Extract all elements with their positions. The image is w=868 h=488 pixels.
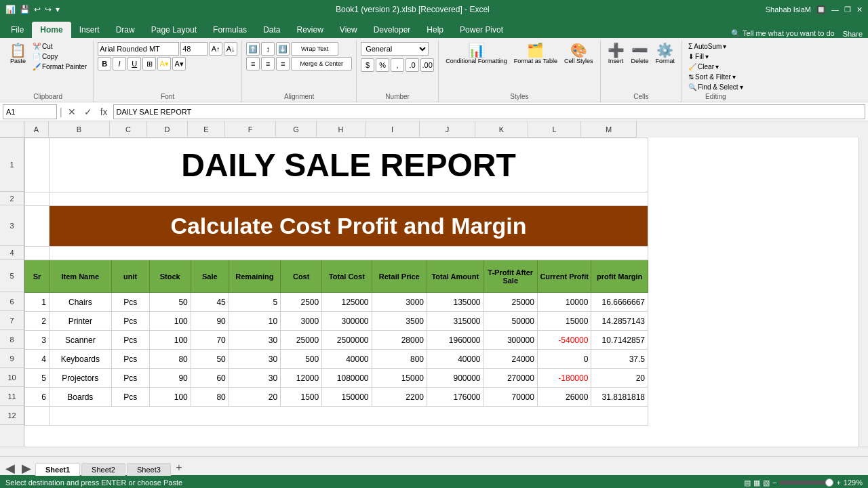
- col-header-G[interactable]: G: [276, 121, 317, 138]
- fill-color-button[interactable]: A▾: [157, 57, 171, 70]
- cell-H8[interactable]: 2500000: [322, 331, 372, 350]
- normal-view-btn[interactable]: ▤: [744, 479, 751, 487]
- delete-button[interactable]: ➖ Delete: [629, 42, 652, 66]
- col-header-D[interactable]: D: [147, 121, 188, 138]
- border-button[interactable]: ⊞: [142, 57, 156, 70]
- cell-I10[interactable]: 15000: [372, 369, 427, 388]
- cell-H11[interactable]: 150000: [322, 388, 372, 407]
- autosum-button[interactable]: Σ AutoSum▾: [686, 42, 728, 51]
- cell-E7[interactable]: 90: [191, 312, 229, 331]
- close-btn[interactable]: ✕: [856, 5, 863, 14]
- cell-E10[interactable]: 60: [191, 369, 229, 388]
- cell-B7[interactable]: Printer: [50, 312, 112, 331]
- col-header-M[interactable]: M: [581, 121, 637, 138]
- align-center-button[interactable]: ≡: [261, 57, 275, 70]
- cell-L9[interactable]: 0: [537, 350, 591, 369]
- cell-J6[interactable]: 135000: [427, 293, 484, 312]
- tab-file[interactable]: File: [3, 22, 32, 38]
- format-button[interactable]: ⚙️ Format: [653, 42, 678, 66]
- cell-I6[interactable]: 3000: [372, 293, 427, 312]
- col-header-H[interactable]: H: [317, 121, 366, 138]
- cell-K8[interactable]: 300000: [484, 331, 537, 350]
- cell-header-K[interactable]: T-Profit After Sale: [484, 260, 537, 293]
- vertical-scrollbar[interactable]: [859, 138, 868, 447]
- cell-I8[interactable]: 28000: [372, 331, 427, 350]
- cell-L10[interactable]: -180000: [537, 369, 591, 388]
- cell-J8[interactable]: 1960000: [427, 331, 484, 350]
- cell-J7[interactable]: 315000: [427, 312, 484, 331]
- cell-L11[interactable]: 26000: [537, 388, 591, 407]
- col-header-L[interactable]: L: [528, 121, 581, 138]
- horizontal-scrollbar-area[interactable]: [0, 447, 868, 456]
- copy-button[interactable]: 📄 Copy: [31, 52, 89, 61]
- cell-D6[interactable]: 50: [149, 293, 191, 312]
- page-break-btn[interactable]: ▧: [763, 479, 770, 487]
- cell-header-E[interactable]: Sale: [191, 260, 229, 293]
- cell-header-I[interactable]: Retail Price: [372, 260, 427, 293]
- cell-A4[interactable]: [25, 247, 50, 260]
- cell-B8[interactable]: Scanner: [50, 331, 112, 350]
- cell-D9[interactable]: 80: [149, 350, 191, 369]
- cell-G10[interactable]: 12000: [281, 369, 322, 388]
- font-size-input[interactable]: [180, 42, 208, 56]
- cell-header-L[interactable]: Current Profit: [537, 260, 591, 293]
- col-header-A[interactable]: A: [24, 121, 49, 138]
- currency-button[interactable]: $: [361, 58, 374, 72]
- cell-F10[interactable]: 30: [229, 369, 280, 388]
- format-as-table-button[interactable]: 🗂️ Format as Table: [511, 42, 560, 66]
- cell-B6[interactable]: Chairs: [50, 293, 112, 312]
- cell-E9[interactable]: 50: [191, 350, 229, 369]
- cell-L6[interactable]: 10000: [537, 293, 591, 312]
- cell-header-B[interactable]: Item Name: [50, 260, 112, 293]
- col-header-E[interactable]: E: [188, 121, 225, 138]
- cell-H7[interactable]: 300000: [322, 312, 372, 331]
- align-bottom-button[interactable]: ⬇️: [276, 42, 290, 56]
- insert-button[interactable]: ➕ Insert: [605, 42, 627, 66]
- cell-header-F[interactable]: Remaining: [229, 260, 280, 293]
- tab-power-pivot[interactable]: Power Pivot: [452, 22, 511, 38]
- find-select-button[interactable]: 🔍 Find & Select▾: [686, 83, 745, 92]
- cell-M7[interactable]: 14.2857143: [591, 312, 648, 331]
- italic-button[interactable]: I: [113, 57, 126, 70]
- cell-B12-M12[interactable]: [50, 407, 648, 426]
- minimize-btn[interactable]: —: [831, 5, 839, 14]
- sort-filter-button[interactable]: ⇅ Sort & Filter▾: [686, 73, 738, 81]
- zoom-out-btn[interactable]: −: [772, 479, 776, 487]
- merge-center-button[interactable]: Merge & Center: [291, 57, 352, 70]
- sheet-tab-2[interactable]: Sheet2: [81, 463, 125, 476]
- paste-button[interactable]: 📋 Paste: [7, 42, 29, 66]
- cell-L8[interactable]: -540000: [537, 331, 591, 350]
- cell-A1[interactable]: [25, 138, 50, 192]
- cell-F11[interactable]: 20: [229, 388, 280, 407]
- cell-K6[interactable]: 25000: [484, 293, 537, 312]
- cell-E6[interactable]: 45: [191, 293, 229, 312]
- align-middle-button[interactable]: ↕️: [261, 42, 275, 56]
- tab-formulas[interactable]: Formulas: [205, 22, 255, 38]
- cell-D10[interactable]: 90: [149, 369, 191, 388]
- formula-input[interactable]: [113, 104, 865, 119]
- tab-insert[interactable]: Insert: [71, 22, 108, 38]
- cell-H10[interactable]: 1080000: [322, 369, 372, 388]
- align-left-button[interactable]: ≡: [246, 57, 260, 70]
- tab-page-layout[interactable]: Page Layout: [143, 22, 205, 38]
- cell-header-G[interactable]: Cost: [281, 260, 322, 293]
- cell-A11[interactable]: 6: [25, 388, 50, 407]
- cell-C6[interactable]: Pcs: [111, 293, 149, 312]
- font-decrease-button[interactable]: A↓: [224, 42, 237, 56]
- cell-C11[interactable]: Pcs: [111, 388, 149, 407]
- cell-M11[interactable]: 31.8181818: [591, 388, 648, 407]
- cell-K7[interactable]: 50000: [484, 312, 537, 331]
- cell-header-C[interactable]: unit: [111, 260, 149, 293]
- cell-F7[interactable]: 10: [229, 312, 280, 331]
- tab-developer[interactable]: Developer: [366, 22, 419, 38]
- cell-H6[interactable]: 125000: [322, 293, 372, 312]
- cell-A8[interactable]: 3: [25, 331, 50, 350]
- tell-me-box[interactable]: 🔍 Tell me what you want to do: [731, 29, 835, 38]
- cell-B2-M2[interactable]: [50, 192, 648, 206]
- cell-A3[interactable]: [25, 206, 50, 247]
- cell-A12[interactable]: [25, 407, 50, 426]
- restore-btn[interactable]: 🔲: [816, 5, 826, 14]
- nav-prev-tab[interactable]: ◀: [3, 461, 18, 476]
- cell-M6[interactable]: 16.6666667: [591, 293, 648, 312]
- cell-G9[interactable]: 500: [281, 350, 322, 369]
